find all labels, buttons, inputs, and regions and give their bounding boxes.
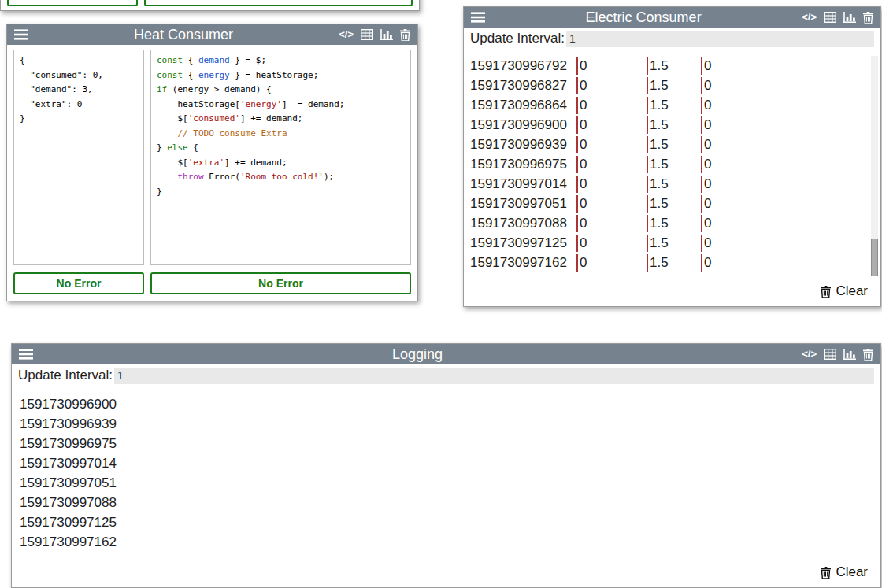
table-row: 159173099682701.50 — [470, 76, 866, 95]
table-cell: 1.5 — [647, 77, 701, 94]
table-cell: 0 — [701, 57, 866, 75]
update-interval-input[interactable]: 1 — [114, 368, 874, 384]
no-error-status-button[interactable]: No Error — [7, 0, 138, 6]
header-icons: </> — [802, 349, 873, 361]
table-cell: 1591730996939 — [470, 136, 576, 153]
table-cell: 1.5 — [647, 57, 701, 75]
code-line: } — [157, 185, 405, 200]
panel-heat-consumer: Heat Consumer </> { "consumed": 0, "dema… — [6, 24, 418, 301]
trash-icon[interactable] — [400, 29, 410, 41]
table-cell: 0 — [701, 97, 866, 114]
table-cell: 0 — [701, 254, 866, 272]
clear-label: Clear — [836, 283, 868, 299]
table-row: 159173099701401.50 — [470, 174, 866, 194]
menu-icon[interactable] — [19, 349, 33, 360]
code-line: "extra": 0 — [20, 98, 138, 113]
table-cell: 1591730997088 — [470, 215, 576, 232]
code-icon[interactable]: </> — [802, 349, 817, 360]
code-editor[interactable]: const { demand } = $;const { energy } = … — [150, 50, 411, 265]
table-cell: 0 — [576, 57, 647, 75]
header-icons: </> — [339, 29, 410, 41]
menu-icon[interactable] — [14, 29, 28, 40]
json-view[interactable]: { "consumed": 0, "demand": 3, "extra": 0… — [13, 50, 144, 265]
panel-partial-top: No Error No Error — [0, 0, 420, 11]
table-cell: 1.5 — [647, 254, 701, 272]
trash-icon[interactable] — [863, 12, 873, 24]
panel-header: Heat Consumer </> — [7, 24, 417, 45]
table-cell: 0 — [701, 77, 866, 94]
clear-button[interactable]: Clear — [821, 283, 868, 299]
trash-icon — [821, 567, 831, 579]
table-cell: 0 — [701, 195, 866, 213]
chart-icon[interactable] — [843, 12, 856, 23]
table-cell: 1591730996792 — [470, 57, 576, 75]
clear-label: Clear — [836, 564, 868, 580]
status-button-row: No Error No Error — [13, 272, 411, 294]
table-icon[interactable] — [824, 12, 836, 23]
table-cell: 1.5 — [647, 136, 701, 153]
table-icon[interactable] — [824, 349, 836, 360]
table-cell: 1.5 — [647, 195, 701, 213]
log-entry: 1591730996975 — [20, 434, 862, 453]
table-cell: 0 — [701, 156, 866, 173]
table-row: 159173099686401.50 — [470, 95, 866, 115]
no-error-status-button[interactable]: No Error — [150, 272, 411, 294]
chart-icon[interactable] — [843, 349, 856, 360]
log-entry: 1591730996939 — [20, 414, 862, 434]
panel-title: Heat Consumer — [28, 27, 339, 43]
table-cell: 1591730996827 — [470, 77, 576, 94]
code-line: "demand": 3, — [20, 83, 138, 98]
table-cell: 1591730996900 — [470, 116, 576, 134]
table-row: 159173099679201.50 — [470, 56, 866, 76]
table-row: 159173099712501.50 — [470, 233, 866, 253]
status-button-row: No Error No Error — [7, 0, 413, 6]
code-icon[interactable]: </> — [802, 12, 817, 23]
table-cell: 0 — [576, 77, 647, 94]
panel-header: Electric Consumer </> — [464, 7, 880, 28]
editor-area: { "consumed": 0, "demand": 3, "extra": 0… — [13, 50, 411, 265]
code-line: throw Error('Room too cold!'); — [157, 170, 405, 185]
trash-icon[interactable] — [863, 349, 873, 361]
table-cell: 1591730996975 — [470, 156, 576, 173]
scrollbar-thumb[interactable] — [871, 239, 878, 276]
table-cell: 1591730996864 — [470, 97, 576, 114]
code-icon[interactable]: </> — [339, 29, 354, 40]
table-cell: 1591730997125 — [470, 235, 576, 252]
table-row: 159173099697501.50 — [470, 154, 866, 174]
update-interval-row: Update Interval: 1 — [12, 366, 880, 385]
code-line: // TODO consume Extra — [157, 127, 405, 142]
menu-icon[interactable] — [471, 12, 485, 23]
code-line: $['extra'] += demand; — [157, 156, 405, 171]
code-line: { — [20, 54, 138, 68]
table-cell: 1.5 — [647, 215, 701, 232]
no-error-status-button[interactable]: No Error — [144, 0, 413, 6]
panel-title: Logging — [33, 346, 802, 363]
table-cell: 0 — [701, 215, 866, 232]
clear-button[interactable]: Clear — [821, 564, 868, 580]
table-row: 159173099708801.50 — [470, 213, 866, 233]
table-cell: 0 — [576, 136, 647, 153]
scrollbar[interactable] — [871, 56, 878, 276]
chart-icon[interactable] — [380, 29, 393, 40]
table-cell: 1.5 — [647, 235, 701, 252]
log-entry: 1591730997014 — [20, 453, 862, 473]
table-cell: 1591730997162 — [470, 254, 576, 272]
table-cell: 1.5 — [647, 97, 701, 114]
update-interval-row: Update Interval: 1 — [464, 29, 880, 48]
code-line: } — [20, 112, 138, 127]
code-line: const { demand } = $; — [157, 54, 405, 68]
update-interval-input[interactable]: 1 — [566, 31, 874, 47]
header-icons: </> — [802, 12, 873, 24]
table-cell: 1591730997014 — [470, 176, 576, 193]
table-cell: 1.5 — [647, 116, 701, 134]
update-interval-label: Update Interval: — [18, 368, 113, 383]
table-cell: 0 — [701, 235, 866, 252]
table-icon[interactable] — [361, 29, 373, 40]
code-line: "consumed": 0, — [20, 68, 138, 83]
table-cell: 0 — [576, 116, 647, 134]
panel-title: Electric Consumer — [485, 9, 802, 26]
no-error-status-button[interactable]: No Error — [13, 272, 144, 294]
code-line: heatStorage['energy'] -= demand; — [157, 98, 405, 113]
trash-icon — [821, 286, 831, 298]
table-cell: 0 — [701, 116, 866, 134]
